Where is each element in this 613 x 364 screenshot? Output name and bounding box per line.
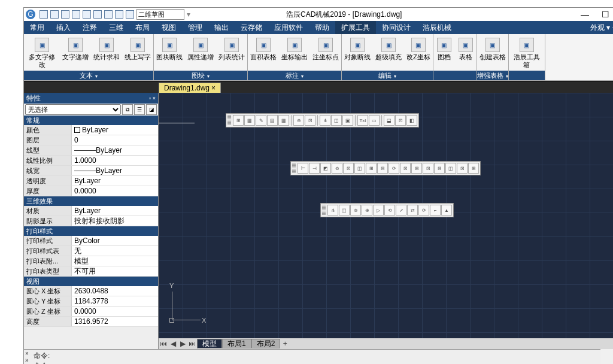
maximize-button[interactable]: ☐ <box>595 8 613 21</box>
menu-item[interactable]: 常用 <box>24 21 50 34</box>
tb1-icon[interactable]: ▣ <box>342 115 353 126</box>
tb1-icon[interactable]: ▦ <box>244 115 255 126</box>
tb3-icon[interactable]: ⇄ <box>407 205 418 216</box>
property-row[interactable]: 打印样式ByColor <box>24 236 158 246</box>
ribbon-button[interactable]: ▣浩辰工具箱 <box>509 34 545 71</box>
tb1-icon[interactable]: ▭ <box>369 115 380 126</box>
menu-item[interactable]: 协同设计 <box>376 21 417 34</box>
tb3-icon[interactable]: ⊚ <box>350 205 361 216</box>
tb1-icon[interactable]: ▤ <box>267 115 278 126</box>
ribbon-button[interactable]: ▣面积表格 <box>248 34 279 71</box>
menu-item[interactable]: 帮助 <box>309 21 335 34</box>
qat-saveas-icon[interactable] <box>72 10 80 19</box>
ribbon-button[interactable]: ▣创建表格 <box>477 34 508 71</box>
property-group-header[interactable]: 视图 <box>24 277 158 286</box>
ribbon-button[interactable]: ▣改Z坐标 <box>404 34 433 71</box>
workspace-combo[interactable] <box>136 9 184 20</box>
tb2-icon[interactable]: ◩ <box>320 163 331 174</box>
property-value[interactable]: ByLayer <box>72 206 158 216</box>
property-value[interactable]: 1184.3778 <box>72 296 158 306</box>
menu-item[interactable]: 布局 <box>129 21 156 34</box>
property-group-header[interactable]: 三维效果 <box>24 196 158 206</box>
property-value[interactable]: 无 <box>72 246 158 256</box>
tb1-icon[interactable]: ⊞ <box>233 115 244 126</box>
quick-select-button[interactable]: ⧉ <box>122 104 133 115</box>
menu-item[interactable]: 云存储 <box>235 21 268 34</box>
tb1-icon[interactable]: ⊡ <box>305 115 315 126</box>
menu-item[interactable]: 应用软件 <box>268 21 309 34</box>
menu-item[interactable]: 插入 <box>50 21 77 34</box>
menu-item[interactable]: 扩展工具 <box>335 21 376 34</box>
ribbon-button[interactable]: ▣注坐标点 <box>310 34 341 71</box>
layout-prev-icon[interactable]: ◀ <box>168 339 178 348</box>
property-group-header[interactable]: 常规 <box>24 116 158 125</box>
document-tab[interactable]: Drawing1.dwg × <box>159 83 221 93</box>
property-value[interactable]: 0 <box>72 135 158 145</box>
menu-item[interactable]: 视图 <box>156 21 182 34</box>
ribbon-button[interactable]: ▣文字递增 <box>60 34 91 71</box>
tb2-icon[interactable]: ◫ <box>445 163 456 174</box>
pick-button[interactable]: ◪ <box>146 104 157 115</box>
property-value[interactable]: 0.0000 <box>72 186 158 196</box>
tb2-icon[interactable]: ⊡ <box>343 163 354 174</box>
property-row[interactable]: 线型———ByLayer <box>24 145 158 156</box>
floating-toolbar-1[interactable]: ⊞▦✎▤▦⊕⊡⋔◫▣Txt▭⬓⊡◧ <box>226 113 419 128</box>
property-group-header[interactable]: 打印样式 <box>24 226 158 236</box>
qat-open-icon[interactable] <box>50 10 59 19</box>
tb2-icon[interactable]: ⊡ <box>457 163 468 174</box>
ribbon-group-label[interactable]: 标注 <box>248 71 341 80</box>
tb1-icon[interactable]: ◧ <box>406 115 417 126</box>
qat-redo-icon[interactable] <box>115 10 123 19</box>
tb2-icon[interactable]: ⊢ <box>298 163 308 174</box>
close-tab-icon[interactable]: × <box>211 84 216 92</box>
ribbon-button[interactable]: ▣表格 <box>455 34 477 71</box>
property-value[interactable]: 1316.9572 <box>72 317 158 326</box>
menu-item[interactable]: 输出 <box>208 21 235 34</box>
property-row[interactable]: 线宽———ByLayer <box>24 166 158 176</box>
tb1-icon[interactable]: ✎ <box>256 115 266 126</box>
ribbon-group-label[interactable]: 图块 <box>154 71 247 80</box>
ribbon-group-label[interactable]: 文本 <box>24 71 153 80</box>
property-row[interactable]: 打印表附...模型 <box>24 256 158 266</box>
property-value[interactable]: 2630.0488 <box>72 286 158 296</box>
ribbon-group-label[interactable]: 编辑 <box>342 71 433 80</box>
tb2-icon[interactable]: ⊡ <box>423 163 433 174</box>
layout-tab[interactable]: 布局2 <box>251 339 281 348</box>
property-value[interactable]: ByColor <box>72 236 158 245</box>
tb2-icon[interactable]: ⊡ <box>400 163 411 174</box>
property-value[interactable]: ———ByLayer <box>72 145 158 155</box>
tb1-icon[interactable]: ▦ <box>278 115 289 126</box>
menu-item[interactable]: 三维 <box>103 21 129 34</box>
tb2-icon[interactable]: ◫ <box>354 163 365 174</box>
property-row[interactable]: 圆心 X 坐标2630.0488 <box>24 286 158 296</box>
ribbon-button[interactable]: ▣图块断线 <box>154 34 185 71</box>
property-value[interactable]: ByLayer <box>72 125 158 135</box>
command-prompt[interactable]: 命令: <box>34 361 600 364</box>
tb1-icon[interactable]: ⊡ <box>395 115 406 126</box>
command-bar[interactable]: ×» 命令: 命令: <box>24 349 600 364</box>
selection-combo[interactable]: 无选择 <box>25 104 121 115</box>
tb3-icon[interactable]: ⋔ <box>327 205 338 216</box>
minimize-button[interactable]: — <box>575 8 595 21</box>
tb3-icon[interactable]: ⟳ <box>418 205 429 216</box>
toolbar-grip[interactable] <box>227 115 231 126</box>
layout-first-icon[interactable]: ⏮ <box>159 339 168 348</box>
tb3-icon[interactable]: ⌐ <box>430 205 441 216</box>
floating-toolbar-3[interactable]: ⋔◫⊚⊕▷⟲⤢⇄⟳⌐▲ <box>320 203 454 217</box>
ribbon-button[interactable]: ▣多文字修改 <box>24 34 60 71</box>
property-row[interactable]: 打印样式表无 <box>24 246 158 256</box>
tb2-icon[interactable]: ⊚ <box>332 163 342 174</box>
tb2-icon[interactable]: ⊞ <box>468 163 479 174</box>
menu-item[interactable]: 管理 <box>182 21 208 34</box>
property-row[interactable]: 透明度ByLayer <box>24 176 158 186</box>
tb3-icon[interactable]: ⊕ <box>362 205 372 216</box>
floating-toolbar-2[interactable]: ⊢⊣◩⊚⊡◫⊞⊟⟳⊡⊞⊡⊟◫⊡⊞ <box>290 161 481 175</box>
qat-print-icon[interactable] <box>83 10 91 19</box>
ribbon-button[interactable]: ▣列表统计 <box>216 34 247 71</box>
tb2-icon[interactable]: ⟳ <box>389 163 399 174</box>
ribbon-button[interactable]: ▣统计求和 <box>91 34 122 71</box>
tb3-icon[interactable]: ▲ <box>441 205 452 216</box>
property-value[interactable]: ByLayer <box>72 176 158 186</box>
ribbon-button[interactable]: ▣坐标输出 <box>279 34 310 71</box>
tb1-icon[interactable]: ◫ <box>331 115 342 126</box>
